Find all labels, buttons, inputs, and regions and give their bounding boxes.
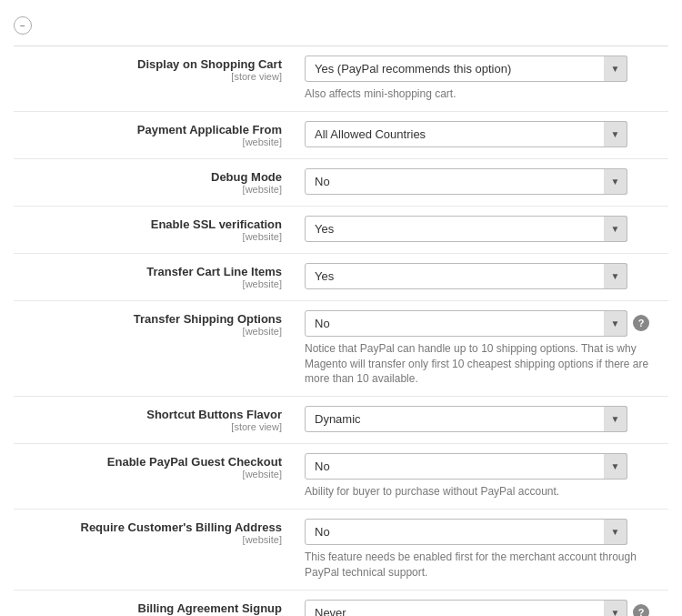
table-row: Billing Agreement Signup[website]NeverAu… xyxy=(14,590,668,616)
label-cell-display-on-shopping-cart: Display on Shopping Cart[store view] xyxy=(14,46,296,111)
label-scope-enable-ssl-verification: [website] xyxy=(32,231,282,242)
select-wrapper-require-billing-address: NoYes▼ xyxy=(305,519,627,545)
control-cell-shortcut-buttons-flavor: DynamicStatic▼ xyxy=(296,397,668,444)
label-scope-display-on-shopping-cart: [store view] xyxy=(32,71,282,82)
table-row: Require Customer's Billing Address[websi… xyxy=(14,509,668,590)
select-wrapper-transfer-cart-line-items: YesNo▼ xyxy=(305,263,627,289)
label-cell-enable-paypal-guest-checkout: Enable PayPal Guest Checkout[website] xyxy=(14,444,296,510)
hint-transfer-shipping-options: Notice that PayPal can handle up to 10 s… xyxy=(305,341,655,387)
control-row-display-on-shopping-cart: Yes (PayPal recommends this option)No▼ xyxy=(305,56,655,82)
label-cell-require-billing-address: Require Customer's Billing Address[websi… xyxy=(14,509,296,590)
select-require-billing-address[interactable]: NoYes xyxy=(305,519,627,545)
label-cell-enable-ssl-verification: Enable SSL verification[website] xyxy=(14,206,296,253)
label-main-enable-paypal-guest-checkout: Enable PayPal Guest Checkout xyxy=(32,455,282,469)
select-wrapper-debug-mode: NoYes▼ xyxy=(305,168,627,195)
label-cell-billing-agreement-signup: Billing Agreement Signup[website] xyxy=(14,590,296,616)
label-cell-shortcut-buttons-flavor: Shortcut Buttons Flavor[store view] xyxy=(14,397,296,444)
control-row-enable-paypal-guest-checkout: NoYes▼ xyxy=(305,453,655,480)
help-icon-billing-agreement-signup[interactable]: ? xyxy=(633,604,649,616)
select-debug-mode[interactable]: NoYes xyxy=(305,168,627,195)
select-wrapper-enable-paypal-guest-checkout: NoYes▼ xyxy=(305,453,627,480)
table-row: Enable SSL verification[website]YesNo▼ xyxy=(14,206,668,253)
control-row-shortcut-buttons-flavor: DynamicStatic▼ xyxy=(305,406,655,432)
label-main-transfer-shipping-options: Transfer Shipping Options xyxy=(32,312,282,326)
label-cell-payment-applicable-from: Payment Applicable From[website] xyxy=(14,111,296,158)
select-enable-ssl-verification[interactable]: YesNo xyxy=(305,216,627,242)
table-row: Shortcut Buttons Flavor[store view]Dynam… xyxy=(14,397,668,444)
table-row: Debug Mode[website]NoYes▼ xyxy=(14,158,668,206)
label-main-billing-agreement-signup: Billing Agreement Signup xyxy=(32,601,282,615)
control-cell-enable-ssl-verification: YesNo▼ xyxy=(296,206,668,253)
select-payment-applicable-from[interactable]: All Allowed CountriesSpecific Countries xyxy=(305,121,627,147)
label-cell-transfer-shipping-options: Transfer Shipping Options[website] xyxy=(14,300,296,396)
label-main-require-billing-address: Require Customer's Billing Address xyxy=(32,520,282,534)
control-row-debug-mode: NoYes▼ xyxy=(305,168,655,195)
select-billing-agreement-signup[interactable]: NeverAutoEvery Visit xyxy=(305,600,627,616)
select-shortcut-buttons-flavor[interactable]: DynamicStatic xyxy=(305,406,627,432)
label-scope-transfer-cart-line-items: [website] xyxy=(32,278,282,289)
label-scope-shortcut-buttons-flavor: [store view] xyxy=(32,421,282,432)
label-scope-enable-paypal-guest-checkout: [website] xyxy=(32,469,282,480)
select-wrapper-shortcut-buttons-flavor: DynamicStatic▼ xyxy=(305,406,627,432)
select-wrapper-billing-agreement-signup: NeverAutoEvery Visit▼ xyxy=(305,600,627,616)
select-transfer-shipping-options[interactable]: NoYes xyxy=(305,310,627,337)
label-main-transfer-cart-line-items: Transfer Cart Line Items xyxy=(32,265,282,278)
control-cell-debug-mode: NoYes▼ xyxy=(296,158,668,206)
control-row-payment-applicable-from: All Allowed CountriesSpecific Countries▼ xyxy=(305,121,655,147)
collapse-button[interactable]: − xyxy=(14,16,32,35)
control-cell-payment-applicable-from: All Allowed CountriesSpecific Countries▼ xyxy=(296,111,668,158)
table-row: Display on Shopping Cart[store view]Yes … xyxy=(14,46,668,111)
control-row-enable-ssl-verification: YesNo▼ xyxy=(305,216,655,242)
section-header: − xyxy=(14,9,668,46)
control-cell-transfer-cart-line-items: YesNo▼ xyxy=(296,253,668,300)
select-wrapper-display-on-shopping-cart: Yes (PayPal recommends this option)No▼ xyxy=(305,56,627,82)
table-row: Transfer Shipping Options[website]NoYes▼… xyxy=(14,300,668,396)
control-cell-transfer-shipping-options: NoYes▼?Notice that PayPal can handle up … xyxy=(296,300,668,396)
control-row-billing-agreement-signup: NeverAutoEvery Visit▼? xyxy=(305,600,655,616)
table-row: Enable PayPal Guest Checkout[website]NoY… xyxy=(14,444,668,510)
hint-display-on-shopping-cart: Also affects mini-shopping cart. xyxy=(305,86,655,102)
label-cell-transfer-cart-line-items: Transfer Cart Line Items[website] xyxy=(14,253,296,300)
label-scope-require-billing-address: [website] xyxy=(32,534,282,545)
settings-table: Display on Shopping Cart[store view]Yes … xyxy=(14,46,668,616)
label-main-display-on-shopping-cart: Display on Shopping Cart xyxy=(32,57,282,71)
hint-enable-paypal-guest-checkout: Ability for buyer to purchase without Pa… xyxy=(305,484,655,500)
select-wrapper-transfer-shipping-options: NoYes▼ xyxy=(305,310,627,337)
control-row-transfer-cart-line-items: YesNo▼ xyxy=(305,263,655,289)
label-scope-payment-applicable-from: [website] xyxy=(32,136,282,147)
hint-require-billing-address: This feature needs be enabled first for … xyxy=(305,550,655,581)
control-cell-billing-agreement-signup: NeverAutoEvery Visit▼?Whether to create … xyxy=(296,590,668,616)
select-display-on-shopping-cart[interactable]: Yes (PayPal recommends this option)No xyxy=(305,56,627,82)
help-icon-transfer-shipping-options[interactable]: ? xyxy=(633,315,649,331)
label-scope-transfer-shipping-options: [website] xyxy=(32,326,282,337)
control-row-require-billing-address: NoYes▼ xyxy=(305,519,655,545)
control-cell-enable-paypal-guest-checkout: NoYes▼Ability for buyer to purchase with… xyxy=(296,444,668,510)
advanced-settings-section: − Display on Shopping Cart[store view]Ye… xyxy=(0,0,682,616)
control-cell-require-billing-address: NoYes▼This feature needs be enabled firs… xyxy=(296,509,668,590)
select-wrapper-payment-applicable-from: All Allowed CountriesSpecific Countries▼ xyxy=(305,121,627,147)
label-main-enable-ssl-verification: Enable SSL verification xyxy=(32,217,282,231)
select-enable-paypal-guest-checkout[interactable]: NoYes xyxy=(305,453,627,480)
label-scope-debug-mode: [website] xyxy=(32,184,282,195)
select-wrapper-enable-ssl-verification: YesNo▼ xyxy=(305,216,627,242)
control-row-transfer-shipping-options: NoYes▼? xyxy=(305,310,655,337)
table-row: Payment Applicable From[website]All Allo… xyxy=(14,111,668,158)
label-main-shortcut-buttons-flavor: Shortcut Buttons Flavor xyxy=(32,408,282,421)
label-main-payment-applicable-from: Payment Applicable From xyxy=(32,123,282,136)
label-cell-debug-mode: Debug Mode[website] xyxy=(14,158,296,206)
label-main-debug-mode: Debug Mode xyxy=(32,170,282,184)
control-cell-display-on-shopping-cart: Yes (PayPal recommends this option)No▼Al… xyxy=(296,46,668,111)
table-row: Transfer Cart Line Items[website]YesNo▼ xyxy=(14,253,668,300)
select-transfer-cart-line-items[interactable]: YesNo xyxy=(305,263,627,289)
